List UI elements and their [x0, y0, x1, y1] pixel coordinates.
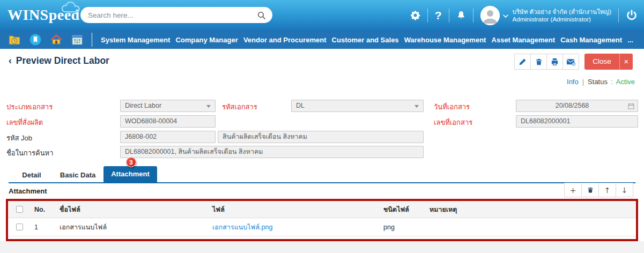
doc-date-value: 20/08/2568 [556, 102, 589, 109]
cell-no: 1 [34, 218, 38, 236]
search-bar[interactable] [80, 7, 272, 23]
nav-item-more[interactable]: ... [627, 36, 633, 44]
job-code-label: รหัส Job [6, 132, 32, 144]
move-down-button[interactable]: ↓ [616, 183, 633, 197]
close-button-label: Close [584, 54, 619, 70]
nav-divider [92, 33, 92, 47]
user-avatar[interactable] [480, 6, 500, 25]
search-name-label: ชื่อในการค้นหา [6, 147, 53, 159]
calendar-small-icon[interactable] [628, 103, 634, 109]
nav-item-warehouse-management[interactable]: Warehouse Management [404, 36, 486, 44]
info-link[interactable]: Info [567, 78, 579, 86]
job-desc-input[interactable]: สินค้าผลิตเสร็จเดือน สิงหาคม [218, 131, 424, 143]
status-badge: Active [616, 78, 635, 86]
job-code-value: J6808-002 [125, 133, 157, 140]
trash-icon [535, 58, 543, 66]
chevron-down-icon[interactable] [503, 11, 508, 20]
header-actions: ? บริษัท ตัวอย่าง จำกัด (สำนักงานใหญ่) A… [410, 0, 644, 31]
tab-detail[interactable]: Detail [14, 168, 49, 182]
doc-code-label: รหัสเอกสาร [222, 101, 257, 113]
home-icon[interactable] [50, 34, 62, 46]
section-title: Attachment [9, 187, 47, 195]
nav-item-asset-management[interactable]: Asset Management [492, 36, 555, 44]
delete-button[interactable] [530, 54, 547, 70]
cell-file-name: เอกสารแนบไฟล์ [60, 218, 107, 236]
delete-row-button[interactable] [581, 183, 599, 197]
cloud-icon [60, 2, 83, 14]
printer-icon [551, 58, 559, 66]
doc-no-label: เลขที่เอกสาร [434, 116, 472, 129]
doc-no-input[interactable]: DL68082000001 [516, 115, 638, 128]
chevron-down-icon [206, 105, 211, 108]
col-file: ไฟล์ [212, 201, 225, 218]
bookmark-icon[interactable] [29, 34, 41, 46]
help-icon[interactable]: ? [435, 9, 442, 22]
job-desc-value: สินค้าผลิตเสร็จเดือน สิงหาคม [223, 133, 307, 140]
col-file-type: ชนิดไฟล์ [383, 201, 409, 218]
page-title-text: Preview Direct Labor [16, 55, 109, 66]
row-checkbox[interactable] [16, 224, 23, 230]
col-remark: หมายเหตุ [430, 201, 457, 218]
add-row-button[interactable]: + [564, 183, 582, 197]
app-logo[interactable]: WINSpeed [8, 6, 80, 24]
close-x-icon[interactable]: × [619, 54, 633, 70]
status-label: Status [588, 78, 608, 86]
page-title: ‹Preview Direct Labor [9, 55, 109, 66]
logout-power-icon[interactable] [626, 10, 638, 21]
tab-attachment[interactable]: Attachment [103, 166, 157, 182]
back-chevron-icon[interactable]: ‹ [9, 55, 12, 66]
mail-icon [566, 58, 575, 66]
top-header: WINSpeed ? [0, 0, 644, 31]
status-bar: Info|Status:Active [567, 78, 635, 86]
doc-date-input[interactable]: 20/08/2568 [516, 100, 638, 112]
annotation-highlight-box: No. ชื่อไฟล์ ไฟล์ ชนิดไฟล์ หมายเหตุ 1 เอ… [6, 199, 638, 241]
doc-code-select[interactable]: DL [291, 100, 424, 112]
doc-no-value: DL68082000001 [521, 117, 570, 125]
header-divider [473, 9, 473, 23]
search-input[interactable] [87, 11, 257, 20]
calendar-icon[interactable] [71, 34, 83, 46]
doc-type-value: Direct Labor [125, 102, 161, 109]
search-name-value: DL68082000001, สินค้าผลิตเสร็จเดือน สิงห… [125, 148, 263, 155]
notifications-bell-icon[interactable] [456, 10, 466, 20]
send-mail-button[interactable] [562, 54, 579, 70]
company-name: บริษัท ตัวอย่าง จำกัด (สำนักงานใหญ่) [513, 9, 611, 15]
tab-underline [9, 182, 635, 183]
search-name-input[interactable]: DL68082000001, สินค้าผลิตเสร็จเดือน สิงห… [120, 146, 424, 158]
settings-gear-icon[interactable] [410, 10, 420, 20]
quick-icons [0, 34, 83, 46]
trash-icon [587, 187, 594, 194]
cell-file-type: png [383, 218, 395, 236]
print-button[interactable] [546, 54, 563, 70]
nav-item-system-management[interactable]: System Management [101, 36, 170, 44]
recent-documents-icon[interactable] [9, 34, 20, 46]
status-separator: | [582, 78, 584, 86]
doc-type-select[interactable]: Direct Labor [120, 100, 216, 112]
table-header-row: No. ชื่อไฟล์ ไฟล์ ชนิดไฟล์ หมายเหตุ [8, 201, 636, 218]
col-no: No. [34, 201, 45, 218]
search-icon[interactable] [257, 11, 266, 20]
select-all-checkbox[interactable] [16, 206, 23, 213]
grid-toolbar: + ↑ ↓ [565, 183, 633, 197]
close-button[interactable]: Close × [584, 54, 633, 70]
app-window: WINSpeed ? [0, 0, 644, 253]
nav-item-customer-sales[interactable]: Customer and Sales [332, 36, 399, 44]
doc-type-label: ประเภทเอกสาร [6, 101, 53, 113]
move-up-button[interactable]: ↑ [598, 183, 616, 197]
nav-item-vendor-procurement[interactable]: Vendor and Procurement [243, 36, 327, 44]
user-name: Administrator (Administrator) [513, 16, 591, 23]
header-divider [449, 9, 449, 23]
prod-order-input[interactable]: WOD6808-00004 [120, 115, 216, 128]
user-info[interactable]: บริษัท ตัวอย่าง จำกัด (สำนักงานใหญ่) Adm… [513, 8, 611, 23]
file-link[interactable]: เอกสารแนบไฟล์.png [212, 218, 272, 236]
nav-item-cash-management[interactable]: Cash Management [560, 36, 622, 44]
document-form: ประเภทเอกสาร Direct Labor รหัสเอกสาร DL … [0, 91, 644, 166]
nav-menu: System Management Company Manager Vendor… [101, 36, 644, 44]
col-file-name: ชื่อไฟล์ [60, 201, 80, 218]
tab-basic-data[interactable]: Basic Data [56, 168, 100, 182]
nav-item-company-manager[interactable]: Company Manager [175, 36, 238, 44]
doc-code-value: DL [296, 102, 305, 109]
job-code-input[interactable]: J6808-002 [120, 131, 216, 143]
edit-button[interactable] [514, 54, 531, 70]
prod-order-value: WOD6808-00004 [125, 117, 177, 125]
